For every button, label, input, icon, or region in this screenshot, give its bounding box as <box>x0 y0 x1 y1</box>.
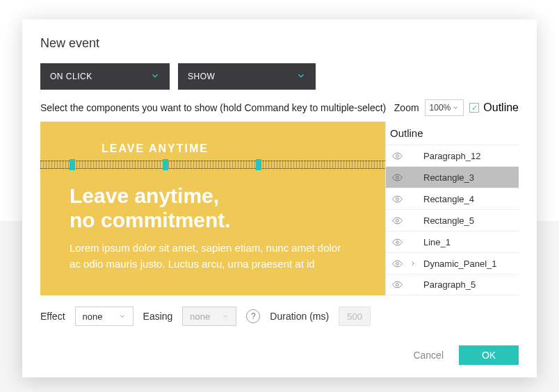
ok-button[interactable]: OK <box>459 345 519 365</box>
trigger-dropdown[interactable]: ON CLICK <box>40 63 170 90</box>
outline-item-label: Line_1 <box>423 237 513 247</box>
zoom-select[interactable]: 100% <box>425 99 464 116</box>
resize-handle[interactable] <box>70 159 75 170</box>
outline-item-label: Rectangle_3 <box>423 172 513 183</box>
canvas-headline: Leave anytime, no commitment. <box>70 184 231 232</box>
eye-icon <box>391 215 403 226</box>
outline-item[interactable]: Line_1 <box>386 231 519 252</box>
instruction-text: Select the components you want to show (… <box>40 102 386 113</box>
duration-value: 500 <box>347 311 362 322</box>
help-icon[interactable]: ? <box>246 309 260 323</box>
zoom-group: Zoom 100% ✓ Outline <box>394 99 519 116</box>
headline-line: no commitment. <box>70 209 231 233</box>
subrow: Select the components you want to show (… <box>40 99 519 116</box>
checkbox-icon: ✓ <box>469 103 479 113</box>
duration-input[interactable]: 500 <box>339 307 371 326</box>
effect-select[interactable]: none <box>75 307 133 326</box>
duration-label: Duration (ms) <box>270 311 329 322</box>
eye-icon <box>391 259 403 269</box>
outline-item-label: Paragraph_12 <box>423 151 513 161</box>
headline-line: Leave anytime, <box>70 184 231 209</box>
outline-item-label: Dynamic_Panel_1 <box>423 259 513 269</box>
svg-point-1 <box>396 176 398 179</box>
action-dropdown-label: SHOW <box>188 72 215 81</box>
eye-icon <box>391 151 403 161</box>
eye-icon <box>391 279 403 290</box>
svg-point-6 <box>396 284 398 286</box>
svg-point-4 <box>396 240 398 243</box>
selection-ruler <box>40 161 385 169</box>
svg-point-5 <box>396 262 398 265</box>
easing-label: Easing <box>143 311 173 322</box>
outline-panel: Outline Paragraph_12 Rectangle_3 Rectang… <box>385 122 519 295</box>
effect-value: none <box>83 311 103 322</box>
dropdown-row: ON CLICK SHOW <box>40 63 519 90</box>
workspace: LEAVE ANYTIME Leave anytime, no commitme… <box>40 122 519 295</box>
action-dropdown[interactable]: SHOW <box>178 63 316 90</box>
zoom-label: Zoom <box>394 102 419 113</box>
chevron-right-icon <box>410 260 416 267</box>
cancel-button[interactable]: Cancel <box>413 350 444 361</box>
effect-label: Effect <box>40 311 65 322</box>
svg-point-3 <box>396 219 398 222</box>
new-event-modal: New event ON CLICK SHOW Select the compo… <box>22 19 537 377</box>
outline-item-label: Rectangle_5 <box>423 215 513 226</box>
svg-point-2 <box>396 197 398 200</box>
outline-item-label: Paragraph_5 <box>423 279 513 290</box>
eye-icon <box>391 194 403 204</box>
canvas-small-title: LEAVE ANYTIME <box>102 142 209 155</box>
zoom-value: 100% <box>430 103 451 113</box>
canvas-body-text: Lorem ipsum dolor sit amet, sapien etiam… <box>70 240 355 272</box>
outline-item[interactable]: Paragraph_5 <box>386 274 519 295</box>
svg-point-0 <box>396 154 398 157</box>
outline-checkbox-group[interactable]: ✓ Outline <box>469 101 519 114</box>
outline-item[interactable]: Rectangle_4 <box>386 188 519 209</box>
easing-select[interactable]: none <box>182 307 236 326</box>
chevron-down-icon <box>296 71 306 83</box>
outline-panel-header: Outline <box>386 122 519 145</box>
modal-title: New event <box>40 36 519 51</box>
resize-handle[interactable] <box>163 159 168 170</box>
outline-item-label: Rectangle_4 <box>423 194 513 204</box>
outline-item[interactable]: Rectangle_3 <box>386 166 519 188</box>
outline-item[interactable]: Rectangle_5 <box>386 209 519 231</box>
outline-list: Paragraph_12 Rectangle_3 Rectangle_4 Rec… <box>386 145 519 295</box>
outline-item[interactable]: Paragraph_12 <box>386 145 519 166</box>
resize-handle[interactable] <box>256 159 261 170</box>
eye-icon <box>391 172 403 183</box>
modal-footer: Cancel OK <box>40 345 519 365</box>
chevron-down-icon <box>150 71 160 83</box>
canvas-preview[interactable]: LEAVE ANYTIME Leave anytime, no commitme… <box>40 122 385 295</box>
easing-value: none <box>190 311 210 322</box>
outline-item[interactable]: Dynamic_Panel_1 <box>386 252 519 274</box>
eye-icon <box>391 237 403 247</box>
outline-checkbox-label: Outline <box>483 101 519 114</box>
effects-row: Effect none Easing none ? Duration (ms) … <box>40 307 519 326</box>
trigger-dropdown-label: ON CLICK <box>50 72 92 81</box>
